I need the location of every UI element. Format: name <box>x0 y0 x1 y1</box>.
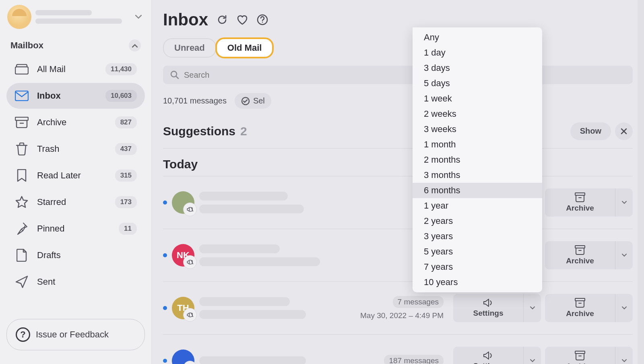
nav-read-later[interactable]: Read Later 315 <box>6 163 145 188</box>
nav-list: All Mail 11,430 Inbox 10,603 Archive 827… <box>6 56 145 295</box>
chevron-down-icon[interactable] <box>615 294 633 322</box>
svg-rect-2 <box>15 117 28 120</box>
archive-button[interactable]: Archive <box>545 294 633 322</box>
suggestions-show-button[interactable]: Show <box>570 122 611 140</box>
dropdown-option[interactable]: 1 week <box>413 91 542 106</box>
archive-icon <box>14 115 29 130</box>
dropdown-option[interactable]: 1 day <box>413 45 542 60</box>
chevron-down-icon[interactable] <box>523 347 541 364</box>
suggestions-row: Suggestions 2 Show <box>163 114 633 149</box>
feedback-label: Issue or Feedback <box>36 329 109 340</box>
old-mail-age-dropdown[interactable]: Any1 day3 days5 days1 week2 weeks3 weeks… <box>413 27 542 292</box>
archive-button[interactable]: Archive <box>545 241 633 269</box>
nav-drafts[interactable]: Drafts <box>6 242 145 268</box>
dropdown-option[interactable]: 1 month <box>413 137 542 152</box>
sender-avatar: NK <box>172 244 194 267</box>
nav-archive[interactable]: Archive 827 <box>6 110 145 135</box>
message-count: 10,701 messages <box>163 96 227 105</box>
dropdown-option[interactable]: 5 days <box>413 76 542 91</box>
message-row[interactable]: 187 messages Settings Archive <box>163 335 633 364</box>
unread-dot-icon <box>163 201 167 205</box>
suggestions-close-button[interactable] <box>615 122 633 140</box>
heart-icon[interactable] <box>236 14 248 26</box>
dropdown-option[interactable]: 3 weeks <box>413 122 542 137</box>
unread-dot-icon <box>163 306 167 310</box>
suggestions-label: Suggestions <box>163 124 235 138</box>
svg-rect-1 <box>15 91 28 101</box>
scrollbar[interactable] <box>638 0 644 364</box>
message-row[interactable]: TH 7 messages May 30, 2022 – 4:49 PM Set… <box>163 282 633 335</box>
select-button[interactable]: Sel <box>235 93 271 109</box>
dropdown-option[interactable]: 2 years <box>413 213 542 229</box>
chevron-down-icon[interactable] <box>615 347 633 364</box>
filter-unread[interactable]: Unread <box>163 38 216 58</box>
all-mail-icon <box>14 62 29 77</box>
account-switcher[interactable] <box>6 5 145 29</box>
nav-label: Archive <box>37 117 107 128</box>
dropdown-option[interactable]: 2 months <box>413 152 542 168</box>
dropdown-option[interactable]: 3 days <box>413 60 542 76</box>
settings-button[interactable]: Settings <box>453 294 541 322</box>
filter-old-mail[interactable]: Old Mail <box>215 37 274 58</box>
nav-inbox[interactable]: Inbox 10,603 <box>6 83 145 109</box>
search-bar[interactable] <box>163 66 633 84</box>
sidebar: Mailbox All Mail 11,430 Inbox 10,603 Arc… <box>0 0 152 364</box>
message-actions: Settings Archive <box>453 294 633 322</box>
nav-all-mail[interactable]: All Mail 11,430 <box>6 56 145 82</box>
nav-pinned[interactable]: Pinned 11 <box>6 216 145 242</box>
archive-button[interactable]: Archive <box>545 188 633 217</box>
feedback-button[interactable]: ? Issue or Feedback <box>6 319 145 350</box>
svg-rect-7 <box>575 246 585 248</box>
dropdown-option[interactable]: 3 years <box>413 229 542 244</box>
main-header: Inbox <box>163 0 633 33</box>
dropdown-option[interactable]: 6 months <box>413 183 542 198</box>
nav-label: All Mail <box>37 64 97 74</box>
dropdown-option[interactable]: Any <box>413 30 542 45</box>
chevron-down-icon[interactable] <box>615 241 633 269</box>
nav-trash[interactable]: Trash 437 <box>6 136 145 162</box>
svg-rect-6 <box>575 193 585 195</box>
megaphone-icon <box>183 255 197 269</box>
archive-label: Archive <box>566 362 594 364</box>
inbox-icon <box>14 89 29 103</box>
pin-icon <box>14 221 29 236</box>
help-icon[interactable] <box>256 14 268 26</box>
message-date: May 30, 2022 – 4:49 PM <box>360 311 444 320</box>
chevron-down-icon[interactable] <box>615 188 633 217</box>
nav-count: 315 <box>115 170 137 182</box>
nav-label: Inbox <box>37 91 97 101</box>
chevron-down-icon[interactable] <box>523 294 541 322</box>
nav-label: Read Later <box>37 170 107 181</box>
trash-icon <box>14 142 29 156</box>
refresh-icon[interactable] <box>216 14 228 26</box>
message-preview-placeholder <box>199 297 355 319</box>
star-icon <box>14 195 29 209</box>
mailbox-section-header[interactable]: Mailbox <box>6 37 145 54</box>
settings-label: Settings <box>473 362 504 364</box>
search-icon <box>170 70 179 79</box>
search-input[interactable] <box>184 70 625 80</box>
send-icon <box>14 275 29 289</box>
archive-button[interactable]: Archive <box>545 347 633 364</box>
message-row[interactable]: Settings Archive <box>163 176 633 229</box>
nav-sent[interactable]: Sent <box>6 269 145 295</box>
user-avatar <box>7 5 31 29</box>
dropdown-option[interactable]: 2 weeks <box>413 106 542 122</box>
dropdown-option[interactable]: 5 years <box>413 244 542 259</box>
nav-count: 10,603 <box>105 90 137 102</box>
chevron-down-icon[interactable] <box>133 11 144 23</box>
settings-label: Settings <box>473 309 504 318</box>
nav-starred[interactable]: Starred 173 <box>6 189 145 215</box>
nav-count: 827 <box>115 116 137 128</box>
message-row[interactable]: NK Settings Archive <box>163 229 633 282</box>
nav-count: 437 <box>115 143 137 155</box>
dropdown-option[interactable]: 3 months <box>413 168 542 183</box>
nav-count: 11,430 <box>105 63 137 75</box>
select-label: Sel <box>253 96 265 105</box>
dropdown-option[interactable]: 10 years <box>413 275 542 290</box>
chevron-up-icon[interactable] <box>129 39 141 52</box>
dropdown-option[interactable]: 7 years <box>413 259 542 275</box>
suggestions-count: 2 <box>240 124 247 138</box>
dropdown-option[interactable]: 1 year <box>413 198 542 213</box>
settings-button[interactable]: Settings <box>453 347 541 364</box>
